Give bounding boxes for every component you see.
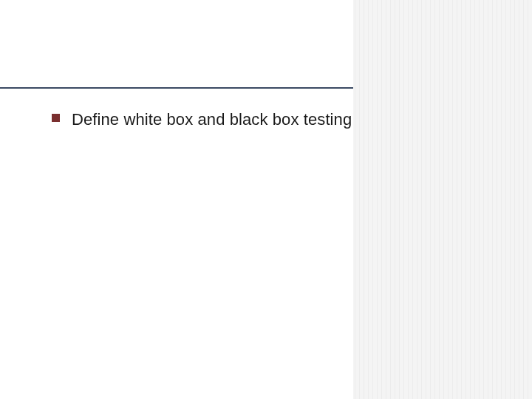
list-item: Define white box and black box testing bbox=[52, 109, 502, 131]
bullet-text: Define white box and black box testing bbox=[72, 109, 352, 131]
title-underline bbox=[0, 87, 353, 89]
slide-content: Define white box and black box testing bbox=[52, 109, 502, 131]
bullet-square-icon bbox=[52, 114, 60, 122]
slide: Define white box and black box testing bbox=[0, 0, 532, 399]
